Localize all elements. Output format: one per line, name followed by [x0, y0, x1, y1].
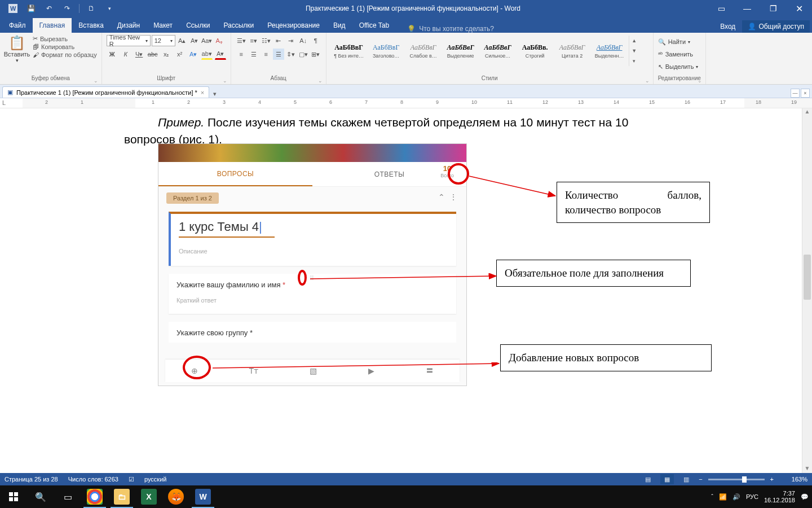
superscript-icon[interactable]: x² — [174, 49, 186, 60]
status-spellcheck-icon[interactable]: ☑ — [129, 476, 134, 483]
status-page[interactable]: Страница 25 из 28 — [5, 476, 58, 483]
zoom-out-icon[interactable]: − — [699, 476, 702, 483]
maximize-icon[interactable]: ❐ — [760, 0, 786, 17]
view-web-icon[interactable]: ▥ — [679, 474, 693, 484]
ribbon-display-icon[interactable]: ▭ — [708, 0, 734, 17]
taskbar-firefox[interactable]: 🦊 — [162, 485, 189, 508]
zoom-slider[interactable] — [708, 479, 765, 480]
add-video-icon[interactable]: ▶ — [368, 366, 374, 375]
tray-language[interactable]: РУС — [746, 493, 758, 500]
new-doc-icon[interactable]: 🗋 — [83, 2, 100, 15]
tabbar-minimize-icon[interactable]: — — [791, 89, 800, 98]
tray-network-icon[interactable]: 📶 — [719, 493, 727, 501]
font-size-select[interactable]: 12▾ — [152, 35, 175, 46]
align-left-icon[interactable]: ≡ — [236, 49, 247, 60]
qat-customize-icon[interactable]: ▾ — [101, 2, 118, 15]
close-icon[interactable]: ✕ — [786, 0, 812, 17]
minimize-icon[interactable]: — — [734, 0, 760, 17]
styles-up-icon[interactable]: ▲ — [630, 36, 638, 46]
start-button[interactable] — [0, 485, 27, 508]
style-item-7[interactable]: АаБбВвГВыделенн… — [592, 35, 628, 67]
style-item-3[interactable]: АаБбВвГВыделение — [443, 35, 479, 67]
multilevel-icon[interactable]: ☷▾ — [261, 35, 272, 46]
taskbar-excel[interactable]: X — [135, 485, 162, 508]
tab-mailings[interactable]: Рассылки — [217, 18, 261, 33]
style-item-5[interactable]: АаБбВв.Строгий — [517, 35, 553, 67]
taskbar-explorer[interactable]: 🗀 — [108, 485, 135, 508]
styles-more-icon[interactable]: ▾ — [630, 56, 638, 66]
redo-icon[interactable]: ↷ — [59, 2, 76, 15]
paragraph-line-1[interactable]: Пример. После изучения темы скажем четве… — [124, 114, 720, 131]
tab-references[interactable]: Ссылки — [179, 18, 217, 33]
form-tab-questions[interactable]: ВОПРОСЫ — [158, 162, 312, 186]
tab-file[interactable]: Файл — [2, 18, 33, 33]
undo-icon[interactable]: ↶ — [41, 2, 58, 15]
add-section-icon[interactable]: 〓 — [426, 366, 434, 376]
taskbar-chrome[interactable] — [81, 485, 108, 508]
tray-clock[interactable]: 7:37 16.12.2018 — [764, 490, 795, 503]
bullets-icon[interactable]: ☰▾ — [236, 35, 247, 46]
font-family-select[interactable]: Times New R▾ — [107, 35, 151, 46]
word-app-icon[interactable]: W — [5, 2, 21, 15]
numbering-icon[interactable]: ≡▾ — [248, 35, 259, 46]
paste-button[interactable]: 📋 Вставить ▾ — [5, 35, 29, 63]
form-description-placeholder[interactable]: Описание — [179, 248, 448, 255]
status-wordcount[interactable]: Число слов: 6263 — [68, 476, 118, 483]
grow-font-icon[interactable]: A▴ — [176, 35, 188, 46]
styles-down-icon[interactable]: ▼ — [630, 46, 638, 56]
increase-indent-icon[interactable]: ⇥ — [285, 35, 297, 46]
align-right-icon[interactable]: ≡ — [261, 49, 272, 60]
add-tab-button[interactable]: ▾ — [209, 90, 220, 98]
shrink-font-icon[interactable]: A▾ — [189, 35, 200, 46]
form-section-menu-icon[interactable]: ⌃ ⋮ — [438, 192, 458, 202]
underline-icon[interactable]: Ч▾ — [134, 49, 145, 60]
zoom-in-icon[interactable]: + — [770, 476, 774, 483]
tell-me-search[interactable]: 💡Что вы хотите сделать? — [407, 25, 494, 33]
cut-button[interactable]: ✂Вырезать — [33, 35, 97, 42]
vertical-scrollbar[interactable]: ▲ ▼ — [802, 108, 812, 474]
horizontal-ruler[interactable]: 2112345678910111213141516171819 — [0, 98, 812, 108]
paste-dropdown-icon[interactable]: ▾ — [16, 58, 19, 63]
style-item-1[interactable]: АаБбВвГЗаголово… — [368, 35, 404, 67]
tray-chevron-icon[interactable]: ˆ — [711, 493, 713, 500]
clear-format-icon[interactable]: Aᵩ — [214, 35, 225, 46]
copy-button[interactable]: 🗐Копировать — [33, 43, 97, 50]
style-item-2[interactable]: АаБбВвГСлабое в… — [405, 35, 442, 67]
signin-button[interactable]: Вход — [714, 20, 741, 33]
tab-review[interactable]: Рецензирование — [261, 18, 326, 33]
scroll-thumb[interactable] — [804, 255, 811, 300]
shading-icon[interactable]: ▢▾ — [298, 49, 309, 60]
tab-design[interactable]: Дизайн — [111, 18, 147, 33]
highlight-icon[interactable]: ab▾ — [201, 49, 213, 60]
save-icon[interactable]: 💾 — [23, 2, 39, 15]
subscript-icon[interactable]: x₂ — [161, 49, 172, 60]
tabbar-close-icon[interactable]: × — [801, 89, 810, 98]
add-title-icon[interactable]: Tᴛ — [249, 366, 259, 375]
form-title-card[interactable]: 1 курс Темы 4 Описание — [169, 212, 456, 266]
style-item-0[interactable]: АаБбВвГ¶ Без инте… — [331, 35, 367, 67]
find-button[interactable]: 🔍Найти▾ — [658, 36, 701, 47]
document-area[interactable]: Пример. После изучения темы скажем четве… — [0, 108, 802, 474]
document-tab-active[interactable]: ▣ Практические 1 (1) [Режим ограниченной… — [2, 86, 209, 98]
view-read-icon[interactable]: ▤ — [641, 474, 655, 484]
style-item-4[interactable]: АаБбВвГСильное… — [480, 35, 516, 67]
zoom-value[interactable]: 163% — [779, 476, 807, 483]
style-item-6[interactable]: АаБбВвГЦитата 2 — [554, 35, 590, 67]
search-taskbar-icon[interactable]: 🔍 — [27, 485, 54, 508]
font-color-icon[interactable]: A▾ — [215, 49, 226, 60]
form-title-text[interactable]: 1 курс Темы 4 — [179, 220, 275, 238]
share-button[interactable]: 👤Общий доступ — [742, 20, 810, 33]
italic-icon[interactable]: К — [120, 49, 131, 60]
form-question-1-card[interactable]: ⠿ Укажите вашу фамилию и имя * Краткий о… — [169, 274, 456, 314]
align-center-icon[interactable]: ☰ — [248, 49, 259, 60]
tab-home[interactable]: Главная — [33, 18, 72, 33]
change-case-icon[interactable]: Aa▾ — [201, 35, 213, 46]
decrease-indent-icon[interactable]: ⇤ — [273, 35, 284, 46]
tray-volume-icon[interactable]: 🔊 — [732, 493, 740, 501]
line-spacing-icon[interactable]: ⇕▾ — [285, 49, 297, 60]
status-language[interactable]: русский — [144, 476, 166, 483]
tab-view[interactable]: Вид — [326, 18, 352, 33]
justify-icon[interactable]: ☰ — [273, 49, 284, 60]
select-button[interactable]: ↖Выделить▾ — [658, 61, 701, 72]
add-image-icon[interactable]: ▧ — [310, 366, 317, 375]
